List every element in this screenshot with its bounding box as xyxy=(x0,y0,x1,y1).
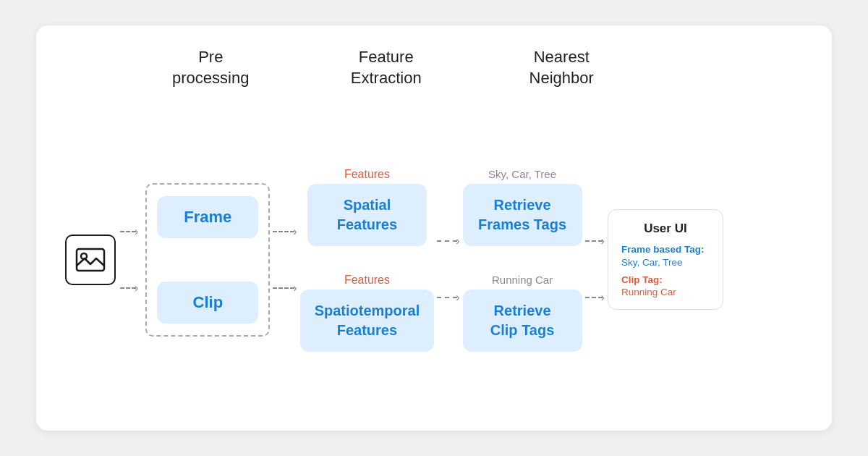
clip-tag-value: Running Car xyxy=(621,287,710,297)
image-svg xyxy=(75,244,106,276)
header-user-ui xyxy=(665,47,788,88)
image-icon xyxy=(65,235,116,285)
retrieve-frames-box: RetrieveFrames Tags xyxy=(463,184,582,246)
arrow-to-clip: › xyxy=(120,282,138,295)
svg-rect-0 xyxy=(77,249,104,271)
headers-row: Preprocessing FeatureExtraction NearestN… xyxy=(65,47,803,88)
arrow3: › xyxy=(437,235,459,248)
features-label-2: Features xyxy=(344,274,390,290)
user-ui-title: User UI xyxy=(621,221,710,236)
frame-tag-label: Frame based Tag: xyxy=(621,243,710,257)
spatiotemporal-features-box: SpatiotemporalFeatures xyxy=(300,290,435,352)
tags-label-2: Running Car xyxy=(492,274,553,290)
feature-extraction-section: Features SpatialFeatures Features Spatio… xyxy=(300,168,435,352)
header-nearest-neighbor: NearestNeighbor xyxy=(489,47,634,88)
tags-label-1: Sky, Car, Tree xyxy=(488,168,556,184)
retrieve-clip-group: Running Car RetrieveClip Tags xyxy=(463,274,582,352)
arrow-to-frame: › xyxy=(120,225,138,238)
retrieve-frames-group: Sky, Car, Tree RetrieveFrames Tags xyxy=(463,168,582,246)
user-ui-box: User UI Frame based Tag: Sky, Car, Tree … xyxy=(608,209,723,311)
diagram-container: Preprocessing FeatureExtraction NearestN… xyxy=(36,25,832,431)
preprocessing-section: Frame Clip xyxy=(145,183,270,337)
fork-connectors: › › xyxy=(120,225,138,295)
arrow1: › xyxy=(273,225,297,238)
features-label-1: Features xyxy=(344,168,390,184)
spatial-features-group: Features SpatialFeatures xyxy=(300,168,435,246)
arrow2: › xyxy=(273,282,297,295)
clip-box: Clip xyxy=(157,282,258,324)
spatiotemporal-features-group: Features SpatiotemporalFeatures xyxy=(300,274,435,352)
nearest-neighbor-section: Sky, Car, Tree RetrieveFrames Tags Runni… xyxy=(463,168,582,352)
arrows-to-nn: › › xyxy=(437,216,459,304)
header-feature-extraction: FeatureExtraction xyxy=(314,47,459,88)
header-preprocessing: Preprocessing xyxy=(138,47,283,88)
arrows-to-ui: › › xyxy=(585,216,605,304)
arrow6: › xyxy=(585,291,605,304)
spatial-features-box: SpatialFeatures xyxy=(307,184,427,246)
frame-tag-value: Sky, Car, Tree xyxy=(621,257,710,268)
content-area: › › Frame Clip › › Featur xyxy=(65,110,803,409)
clip-tag-label: Clip Tag: xyxy=(621,274,710,287)
retrieve-clip-box: RetrieveClip Tags xyxy=(463,290,582,352)
arrows-to-features: › › xyxy=(273,225,297,295)
frame-box: Frame xyxy=(157,196,258,238)
arrow4: › xyxy=(437,291,459,304)
arrow5: › xyxy=(585,235,605,248)
